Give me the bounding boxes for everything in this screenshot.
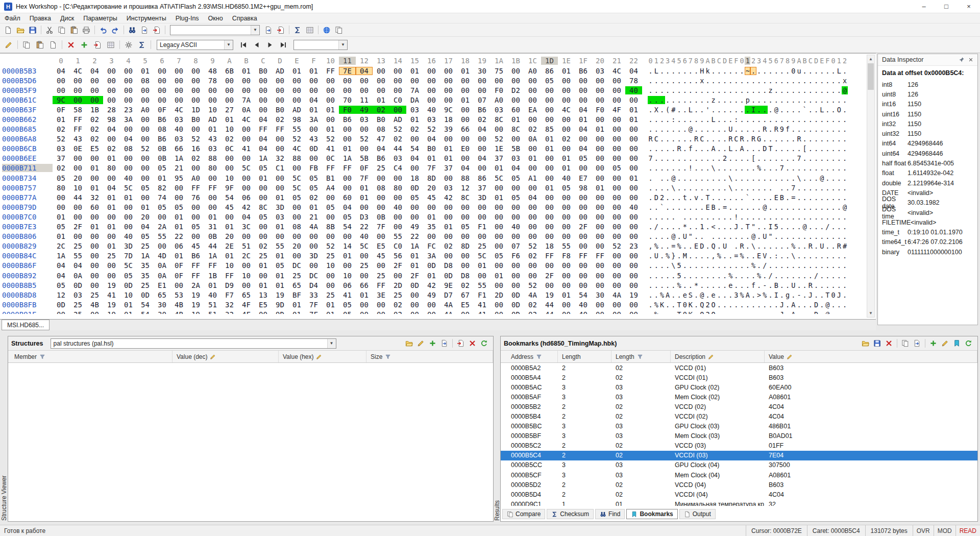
hex-ascii-cell[interactable]: I [768,223,773,231]
hex-byte-cell[interactable]: 25 [86,291,103,299]
hex-byte-cell[interactable]: 0D [53,301,69,309]
hex-ascii-cell[interactable]: = [722,203,727,211]
hex-ascii-cell[interactable]: . [682,184,688,192]
hex-byte-cell[interactable]: 4C [608,67,625,75]
hex-ascii-cell[interactable]: . [671,67,676,75]
hex-byte-cell[interactable]: 80 [204,164,221,172]
hex-ascii-cell[interactable]: . [676,203,682,211]
hex-ascii-cell[interactable]: . [842,174,847,182]
hex-ascii-cell[interactable]: % [653,242,659,250]
hex-ascii-cell[interactable]: . [813,213,819,221]
hex-ascii-cell[interactable]: . [813,291,819,299]
hex-ascii-cell[interactable]: C [653,135,659,143]
hex-ascii-cell[interactable]: . [773,135,779,143]
hex-byte-cell[interactable]: 00 [507,281,524,289]
hex-ascii-cell[interactable]: . [791,261,796,270]
hex-ascii-cell[interactable]: f [785,125,791,133]
hex-byte-cell[interactable]: 00 [288,77,305,85]
hex-ascii-cell[interactable]: . [705,77,710,85]
hex-byte-cell[interactable]: 00 [187,164,204,172]
hex-byte-cell[interactable]: 9F [221,184,238,192]
hex-byte-cell[interactable]: 7A [238,96,255,104]
save-file-icon[interactable] [27,25,39,36]
column-header-member[interactable]: Member [8,351,173,362]
hex-byte-cell[interactable]: 00 [507,77,524,85]
hex-byte-cell[interactable]: 00 [221,86,238,94]
hex-byte-cell[interactable]: 52 [137,144,154,153]
hex-byte-cell[interactable]: 01 [406,67,423,75]
hex-byte-cell[interactable]: 01 [86,184,103,192]
hex-byte-cell[interactable]: 00 [238,77,255,85]
hex-byte-cell[interactable]: 01 [170,223,187,231]
hex-ascii-cell[interactable]: O [836,106,842,114]
hex-byte-cell[interactable]: 8D [457,242,474,250]
hex-byte-cell[interactable]: 00 [608,86,625,94]
hex-ascii-cell[interactable]: z [710,96,716,104]
hex-ascii-cell[interactable]: @ [671,232,676,240]
hex-ascii-cell[interactable]: . [813,96,819,104]
hex-ascii-cell[interactable]: . [699,203,705,211]
hex-byte-cell[interactable]: 19 [187,310,204,314]
hex-byte-cell[interactable]: 41 [474,310,491,314]
hex-byte-cell[interactable]: 00 [373,232,389,240]
hex-ascii-cell[interactable]: . [807,106,813,114]
hex-byte-cell[interactable]: 7A [406,86,423,94]
hex-ascii-cell[interactable]: % [739,291,745,299]
hex-byte-cell[interactable]: 00 [558,144,575,153]
hex-ascii-cell[interactable]: . [688,135,693,143]
hex-byte-cell[interactable]: 00 [625,144,642,153]
hex-ascii-cell[interactable]: . [819,77,825,85]
hex-ascii-cell[interactable]: . [768,174,773,182]
hex-byte-cell[interactable]: 03 [406,106,423,114]
hex-ascii-cell[interactable]: . [768,281,773,289]
hex-ascii-cell[interactable]: 2 [659,193,665,202]
hex-ascii-cell[interactable]: . [768,77,773,85]
hex-ascii-cell[interactable]: . [825,213,830,221]
pencil-icon[interactable] [316,354,322,360]
hex-byte-cell[interactable]: 5B [507,144,524,153]
hex-byte-cell[interactable]: 0B [373,213,389,221]
hex-ascii-cell[interactable]: . [671,86,676,94]
hex-ascii-cell[interactable]: . [830,96,836,104]
hex-ascii-cell[interactable]: . [665,203,671,211]
hex-byte-cell[interactable]: 00 [103,96,120,104]
hex-byte-cell[interactable]: C4 [389,164,406,172]
hex-byte-cell[interactable]: 00 [474,77,491,85]
hex-byte-cell[interactable]: FF [322,164,339,172]
hex-byte-cell[interactable]: 00 [103,232,120,240]
hex-byte-cell[interactable]: 1A [204,252,221,260]
hex-byte-cell[interactable]: 00 [120,213,137,221]
hex-ascii-cell[interactable]: . [756,184,762,192]
hex-ascii-cell[interactable]: . [825,281,830,289]
hex-ascii-cell[interactable]: . [659,125,665,133]
hex-byte-cell[interactable]: 16 [187,144,204,153]
hex-ascii-cell[interactable]: . [665,115,671,124]
hex-byte-cell[interactable]: 41 [238,144,255,153]
hex-byte-cell[interactable]: 06 [238,193,255,202]
insert-bytes-icon[interactable] [78,38,91,52]
hex-ascii-cell[interactable]: : [733,115,739,124]
hex-ascii-cell[interactable]: f [750,281,756,289]
hex-byte-cell[interactable]: 19 [625,291,642,299]
hex-byte-cell[interactable]: 01 [406,261,423,270]
hex-byte-cell[interactable]: 00 [541,96,558,104]
hex-byte-cell[interactable]: 00 [558,86,575,94]
hex-ascii-cell[interactable]: . [796,223,802,231]
hex-byte-cell[interactable]: 9D [272,301,288,309]
hex-ascii-cell[interactable]: . [819,203,825,211]
hex-ascii-cell[interactable]: . [750,125,756,133]
hex-ascii-cell[interactable]: / [825,223,830,231]
hex-byte-cell[interactable]: 10 [221,125,238,133]
hex-ascii-cell[interactable]: . [682,86,688,94]
hex-ascii-cell[interactable]: . [745,77,750,85]
hex-ascii-cell[interactable]: D [762,144,768,153]
hex-byte-cell[interactable]: 00 [86,252,103,260]
hex-ascii-cell[interactable]: . [830,67,836,75]
hex-byte-cell[interactable]: E5 [86,144,103,153]
hex-ascii-cell[interactable]: [ [750,154,756,162]
hex-ascii-cell[interactable]: . [739,310,745,314]
hex-byte-cell[interactable]: E0 [457,144,474,153]
hex-byte-cell[interactable]: 00 [305,86,322,94]
hex-byte-cell[interactable]: 00 [406,203,423,211]
hex-ascii-cell[interactable]: . [762,301,768,309]
